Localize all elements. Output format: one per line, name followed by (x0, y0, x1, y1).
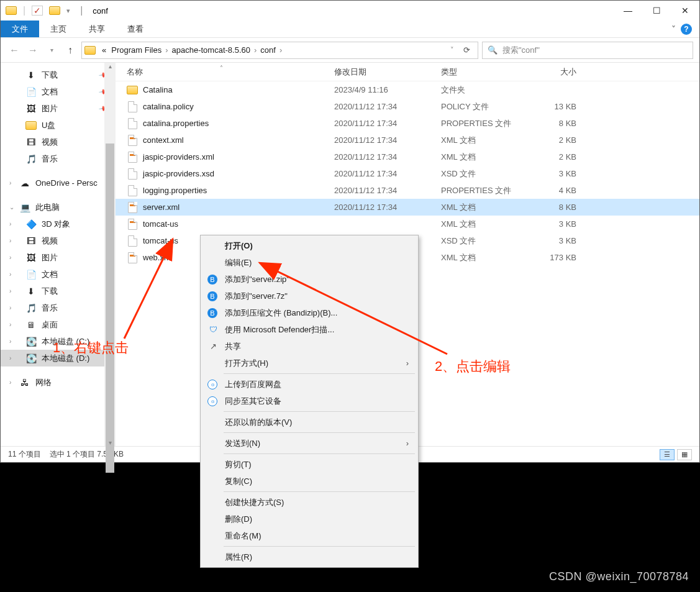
chevron-right-icon: › (278, 45, 283, 55)
menu-item[interactable]: 打开(O) (202, 237, 416, 254)
menu-item[interactable]: 复制(C) (202, 473, 416, 490)
history-dropdown-icon[interactable]: ˅ (447, 46, 458, 54)
forward-button[interactable]: → (25, 43, 40, 58)
file-row[interactable]: tomcat-usXML 文档3 KB (116, 216, 699, 232)
file-row[interactable]: catalina.properties2020/11/12 17:34PROPE… (116, 115, 699, 132)
crumb[interactable]: conf (258, 45, 278, 55)
scroll-up-icon[interactable]: ▴ (104, 63, 116, 70)
sidebar-item[interactable]: 📄文档📌 (1, 83, 115, 100)
sidebar-thispc[interactable]: ⌄💻此电脑 (1, 199, 115, 216)
file-row[interactable]: Catalina2023/4/9 11:16文件夹 (116, 81, 699, 98)
sidebar-item[interactable]: 🎞视频 (1, 134, 115, 150)
maximize-button[interactable]: ☐ (642, 1, 671, 20)
file-row[interactable]: logging.properties2020/11/12 17:34PROPER… (116, 182, 699, 199)
search-input[interactable]: 🔍 搜索"conf" (482, 42, 693, 59)
file-size: 2 KB (523, 135, 590, 145)
collapse-ribbon-icon[interactable]: ˅ (671, 24, 676, 34)
sidebar-item[interactable]: ›⬇下载 (1, 283, 115, 299)
breadcrumb-box[interactable]: « Program Files › apache-tomcat-8.5.60 ›… (81, 42, 478, 59)
file-type: XML 文档 (441, 135, 523, 146)
sidebar-item[interactable]: ›🎵音乐 (1, 299, 115, 316)
context-menu: 打开(O)编辑(E)B添加到"server.zip"B添加到"server.7z… (200, 235, 419, 568)
col-date[interactable]: 修改日期 (334, 66, 441, 78)
menu-item[interactable]: 还原以前的版本(V) (202, 414, 416, 430)
menu-separator (224, 491, 415, 492)
tab-view[interactable]: 查看 (116, 20, 155, 37)
scroll-down-icon[interactable]: ▾ (104, 439, 116, 446)
menu-item[interactable]: 创建快捷方式(S) (202, 494, 416, 511)
menu-item[interactable]: B添加到"server.zip" (202, 271, 416, 288)
menu-item[interactable]: 属性(R) (202, 549, 416, 565)
xml-file-icon (128, 152, 137, 163)
dropdown-icon[interactable]: ▾ (66, 7, 70, 15)
sidebar-item[interactable]: U盘 (1, 117, 115, 134)
up-button[interactable]: ↑ (63, 43, 78, 58)
bandizip-icon: B (207, 308, 217, 318)
baidu-icon: ⌾ (207, 396, 217, 406)
scrollbar-thumb[interactable] (106, 143, 114, 473)
chevron-right-icon: › (9, 180, 11, 186)
file-name: server.xml (143, 203, 180, 212)
sidebar-item[interactable]: ›🔷3D 对象 (1, 216, 115, 232)
sidebar-item[interactable]: ›💽本地磁盘 (C:) (1, 333, 115, 350)
sidebar-item[interactable]: 🎵音乐 (1, 150, 115, 167)
tab-file[interactable]: 文件 (1, 20, 39, 37)
file-date: 2020/11/12 17:34 (334, 102, 441, 111)
menu-item[interactable]: 重命名(M) (202, 527, 416, 544)
sidebar-network[interactable]: ›🖧网络 (1, 374, 115, 391)
sidebar-item[interactable]: ⬇下载📌 (1, 66, 115, 83)
properties-icon[interactable]: ✓ (32, 6, 43, 16)
tab-home[interactable]: 主页 (39, 20, 78, 37)
col-name[interactable]: 名称˄ (127, 66, 334, 78)
file-row[interactable]: jaspic-providers.xml2020/11/12 17:34XML … (116, 148, 699, 165)
share-icon: ↗ (207, 341, 219, 352)
sidebar-item[interactable]: 🖼图片📌 (1, 100, 115, 117)
file-name: logging.properties (143, 186, 207, 195)
sidebar-onedrive[interactable]: ›☁OneDrive - Persc (1, 175, 115, 191)
onedrive-icon: ☁ (19, 178, 30, 188)
sidebar-item[interactable]: ›🖥桌面 (1, 316, 115, 333)
crumb[interactable]: apache-tomcat-8.5.60 (170, 45, 253, 55)
menu-item[interactable]: 发送到(N)› (202, 435, 416, 452)
file-row[interactable]: jaspic-providers.xsd2020/11/12 17:34XSD … (116, 165, 699, 182)
help-icon[interactable]: ? (681, 24, 692, 35)
download-icon: ⬇ (25, 70, 37, 80)
back-button[interactable]: ← (7, 43, 22, 58)
file-row[interactable]: catalina.policy2020/11/12 17:34POLICY 文件… (116, 98, 699, 115)
disk-icon: 💽 (25, 337, 37, 347)
menu-item[interactable]: B添加到压缩文件 (Bandizip)(B)... (202, 304, 416, 321)
details-view-button[interactable]: ☰ (660, 449, 675, 460)
file-name: catalina.policy (143, 102, 194, 111)
crumb[interactable]: Program Files (109, 45, 164, 55)
sidebar-item[interactable]: ›🎞视频 (1, 232, 115, 249)
sidebar-item[interactable]: ›🖼图片 (1, 249, 115, 266)
menu-item[interactable]: 🛡使用 Microsoft Defender扫描... (202, 321, 416, 338)
icons-view-button[interactable]: ▦ (677, 449, 692, 460)
minimize-button[interactable]: — (614, 1, 642, 20)
menu-item[interactable]: ⌾上传到百度网盘 (202, 376, 416, 393)
file-row[interactable]: server.xml2020/11/12 17:34XML 文档8 KB (116, 199, 699, 216)
menu-item[interactable]: ↗共享 (202, 338, 416, 355)
col-type[interactable]: 类型 (441, 66, 523, 78)
chevron-right-icon: › (253, 45, 258, 55)
recent-dropdown[interactable]: ▾ (44, 43, 59, 58)
menu-item[interactable]: 删除(D) (202, 511, 416, 527)
file-row[interactable]: context.xml2020/11/12 17:34XML 文档2 KB (116, 132, 699, 148)
sidebar-item[interactable]: ›📄文档 (1, 266, 115, 283)
refresh-button[interactable]: ⟳ (458, 45, 475, 55)
menu-separator (224, 373, 415, 374)
menu-item[interactable]: ⌾同步至其它设备 (202, 393, 416, 409)
menu-item[interactable]: 编辑(E) (202, 254, 416, 271)
menu-item[interactable]: 打开方式(H)› (202, 355, 416, 371)
menu-item[interactable]: 剪切(T) (202, 456, 416, 473)
scrollbar[interactable]: ▴ ▾ (104, 63, 116, 446)
tab-share[interactable]: 共享 (78, 20, 116, 37)
close-button[interactable]: ✕ (671, 1, 699, 20)
window-title: conf (93, 6, 108, 16)
sidebar-item[interactable]: ›💽本地磁盘 (D:) (1, 350, 115, 367)
chevron-right-icon: › (9, 288, 11, 294)
menu-item[interactable]: B添加到"server.7z" (202, 288, 416, 304)
menu-separator (224, 411, 415, 412)
file-type: XML 文档 (441, 219, 523, 230)
col-size[interactable]: 大小 (523, 66, 590, 78)
